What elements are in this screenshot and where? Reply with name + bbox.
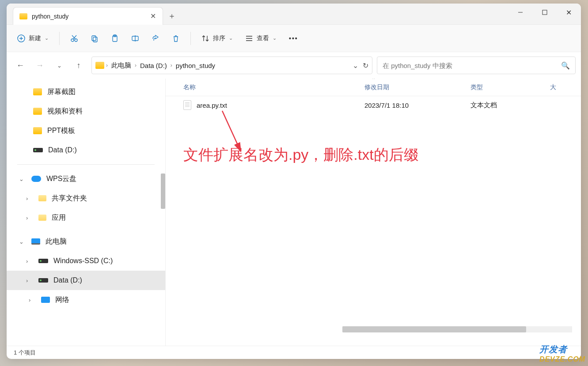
history-dropdown[interactable]: ⌄ (353, 61, 358, 70)
svg-rect-9 (92, 36, 96, 41)
svg-point-5 (71, 39, 74, 42)
sidebar-item-drive-c[interactable]: ›Windows-SSD (C:) (7, 251, 165, 271)
text-file-icon (183, 100, 191, 110)
copy-button[interactable] (85, 30, 104, 47)
sidebar-item-shared[interactable]: ›共享文件夹 (7, 189, 165, 208)
sidebar-item-drive-d[interactable]: ›Data (D:) (7, 271, 165, 290)
folder-icon (38, 195, 46, 201)
cloud-icon (31, 176, 41, 182)
chevron-down-icon: ⌄ (19, 238, 26, 245)
ellipsis-icon: ••• (289, 35, 298, 42)
sidebar-item-videos[interactable]: 视频和资料 (7, 102, 165, 121)
address-bar[interactable]: › 此电脑 › Data (D:) › python_study ⌄ ↻ (91, 57, 372, 74)
pc-icon (31, 238, 40, 245)
chevron-down-icon: ⌄ (273, 35, 277, 41)
column-type[interactable]: 类型 (470, 83, 550, 91)
share-button[interactable] (146, 30, 165, 47)
folder-icon (95, 62, 104, 69)
sidebar-scrollbar[interactable] (161, 174, 165, 209)
toolbar: 新建 ⌄ 排序 ⌄ 查看 ⌄ ••• (7, 25, 581, 52)
crumb-thispc[interactable]: 此电脑 (110, 60, 133, 71)
view-button[interactable]: 查看 ⌄ (240, 30, 282, 47)
search-box[interactable]: 🔍 (377, 57, 576, 74)
sidebar-item-label: 共享文件夹 (52, 194, 87, 203)
chevron-right-icon: › (106, 62, 108, 68)
drive-icon (38, 259, 48, 263)
new-button[interactable]: 新建 ⌄ (12, 30, 54, 47)
plus-circle-icon (17, 34, 25, 42)
chevron-right-icon: › (29, 297, 36, 303)
sidebar-item-label: WPS云盘 (46, 174, 76, 184)
forward-button[interactable]: → (31, 57, 48, 74)
maximize-button[interactable] (532, 4, 557, 21)
sort-indicator-icon: ⌃ (372, 79, 376, 83)
sidebar-item-screenshots[interactable]: 屏幕截图 (7, 82, 165, 102)
sort-button[interactable]: 排序 ⌄ (196, 30, 238, 47)
close-tab-icon[interactable]: ✕ (149, 13, 156, 20)
cut-button[interactable] (65, 30, 83, 47)
more-button[interactable]: ••• (284, 30, 303, 47)
search-icon[interactable]: 🔍 (561, 61, 570, 70)
sidebar-item-label: 应用 (52, 213, 66, 223)
window-controls: ✕ (508, 4, 581, 21)
view-label: 查看 (257, 34, 269, 42)
delete-button[interactable] (167, 30, 185, 47)
chevron-right-icon: › (135, 62, 137, 68)
chevron-right-icon: › (26, 215, 28, 221)
horizontal-scrollbar[interactable] (342, 326, 572, 332)
chevron-right-icon: › (26, 258, 28, 264)
sidebar-group-wps[interactable]: ⌄WPS云盘 (7, 169, 165, 189)
crumb-folder[interactable]: python_study (174, 61, 217, 70)
column-headers: ⌃ 名称 修改日期 类型 大 (166, 79, 581, 96)
svg-point-6 (75, 39, 77, 42)
sidebar-item-label: PPT模板 (47, 126, 75, 136)
status-bar: 1 个项目 (7, 346, 581, 359)
drive-icon (33, 148, 43, 152)
sidebar-item-ppt[interactable]: PPT模板 (7, 121, 165, 140)
network-icon (41, 297, 50, 303)
annotation-text: 文件扩展名改为.py，删除.txt的后缀 (183, 145, 419, 165)
cut-icon (70, 34, 78, 42)
refresh-button[interactable]: ↻ (363, 61, 368, 70)
watermark-line1: 开发者 (539, 343, 585, 355)
rename-icon (131, 34, 139, 42)
column-date[interactable]: 修改日期 (364, 83, 470, 91)
chevron-right-icon: › (26, 195, 28, 202)
scrollbar-thumb[interactable] (342, 326, 526, 332)
folder-icon (33, 88, 42, 95)
search-input[interactable] (383, 62, 561, 69)
folder-icon (19, 13, 27, 19)
sidebar-item-label: Data (D:) (48, 146, 77, 154)
column-name[interactable]: 名称 (183, 83, 364, 91)
separator (59, 32, 60, 45)
nav-row: ← → ⌄ ↑ › 此电脑 › Data (D:) › python_study… (7, 52, 581, 79)
minimize-button[interactable] (508, 4, 532, 21)
new-label: 新建 (29, 34, 41, 42)
new-tab-button[interactable]: ＋ (163, 7, 181, 25)
sidebar-item-label: Data (D:) (53, 276, 82, 284)
sidebar-item-label: 此电脑 (46, 237, 67, 246)
up-button[interactable]: ↑ (70, 57, 87, 74)
nav-arrows: ← → ⌄ ↑ (12, 57, 87, 74)
sidebar-item-app[interactable]: ›应用 (7, 208, 165, 227)
sidebar-group-thispc[interactable]: ⌄此电脑 (7, 232, 165, 251)
watermark-line2: DEVZE.COM (539, 355, 585, 363)
column-size[interactable]: 大 (550, 83, 581, 91)
sort-label: 排序 (213, 34, 225, 42)
crumb-drive[interactable]: Data (D:) (138, 61, 169, 70)
rename-button[interactable] (126, 30, 144, 47)
recent-dropdown[interactable]: ⌄ (51, 57, 68, 74)
copy-icon (91, 34, 99, 42)
paste-button[interactable] (106, 30, 124, 47)
chevron-down-icon: ⌄ (19, 176, 26, 182)
back-button[interactable]: ← (12, 57, 29, 74)
paste-icon (111, 34, 119, 42)
file-area: ⌃ 名称 修改日期 类型 大 area.py.txt 2023/7/1 18:1… (166, 79, 581, 346)
close-window-button[interactable]: ✕ (557, 4, 581, 21)
window-tab[interactable]: python_study ✕ (13, 7, 163, 25)
sidebar-item-label: Windows-SSD (C:) (53, 257, 113, 265)
sidebar-item-data-d[interactable]: Data (D:) (7, 140, 165, 160)
sidebar-group-network[interactable]: ›网络 (7, 290, 165, 309)
sidebar-item-label: 网络 (55, 295, 69, 305)
separator (190, 32, 191, 45)
